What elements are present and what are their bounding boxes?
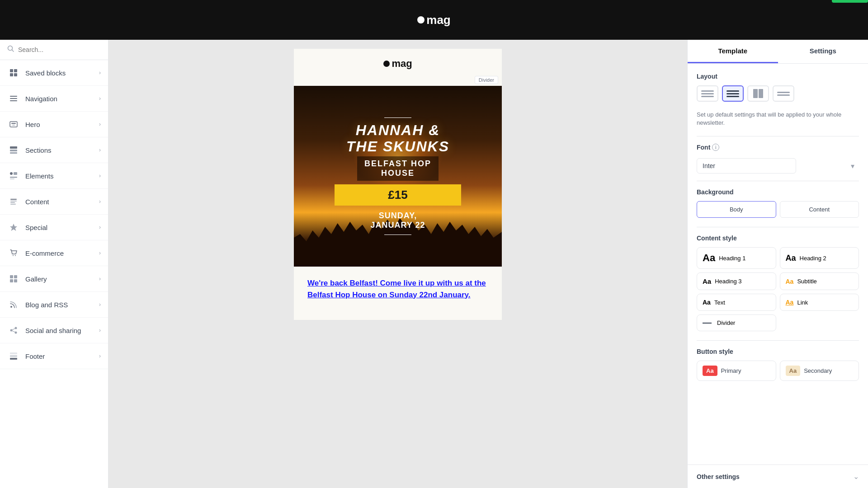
svg-point-33 <box>15 332 17 334</box>
chevron-icon: › <box>99 301 101 308</box>
tab-template[interactable]: Template <box>688 40 778 63</box>
sidebar-label-special: Special <box>25 224 94 231</box>
bg-btn-body[interactable]: Body <box>697 201 776 218</box>
cs-divider-preview <box>703 323 712 324</box>
btn-primary-swatch: Aa <box>703 366 717 376</box>
layout-btn-1col[interactable] <box>697 85 718 102</box>
content-icon <box>7 195 20 208</box>
chevron-icon: › <box>99 224 101 230</box>
sidebar-label-saved-blocks: Saved blocks <box>25 69 94 77</box>
concert-image-block: HANNAH & THE SKUNKS BELFAST HOP HOUSE £1… <box>294 86 502 267</box>
svg-rect-12 <box>10 146 17 149</box>
chevron-icon: › <box>99 198 101 205</box>
sidebar-item-content[interactable]: Content › <box>0 189 108 215</box>
other-settings-label: Other settings <box>697 473 740 480</box>
search-icon <box>7 45 14 54</box>
cs-divider[interactable]: Divider <box>697 314 776 331</box>
concert-text-overlay: HANNAH & THE SKUNKS BELFAST HOP HOUSE £1… <box>326 117 470 235</box>
top-bar: mag <box>0 0 868 40</box>
sidebar-item-ecommerce[interactable]: E-commerce › <box>0 240 108 266</box>
svg-rect-17 <box>10 177 17 178</box>
email-body-text: We're back Belfast! Come live it up with… <box>294 267 502 314</box>
chevron-icon: › <box>99 327 101 333</box>
search-bar[interactable] <box>0 40 108 60</box>
chevron-icon: › <box>99 353 101 359</box>
ecommerce-icon <box>7 247 20 259</box>
other-settings-row[interactable]: Other settings ⌄ <box>688 465 868 488</box>
sidebar-label-blog-rss: Blog and RSS <box>25 301 94 309</box>
layout-options <box>697 85 859 102</box>
right-panel: Template Settings Layout <box>687 40 868 488</box>
btn-style-secondary[interactable]: Aa Secondary <box>780 361 859 381</box>
cs-heading1[interactable]: Aa Heading 1 <box>697 247 776 269</box>
content-style-label: Content style <box>697 235 859 242</box>
cs-heading2[interactable]: Aa Heading 2 <box>780 247 859 269</box>
cs-heading3-label: Heading 3 <box>715 278 741 285</box>
content-style-section: Content style Aa Heading 1 Aa Heading 2 … <box>697 235 859 331</box>
sidebar-item-navigation[interactable]: Navigation › <box>0 86 108 112</box>
svg-point-31 <box>15 327 17 329</box>
layout-line-dark <box>726 96 739 97</box>
email-canvas: mag Divider HANNAH & <box>294 49 502 320</box>
svg-point-25 <box>15 255 16 256</box>
sidebar-item-footer[interactable]: Footer › <box>0 343 108 369</box>
layout-btn-3col[interactable] <box>747 85 769 102</box>
font-select-wrapper[interactable]: Inter Arial Helvetica Georgia <box>697 158 859 174</box>
svg-rect-19 <box>10 199 17 200</box>
cs-text[interactable]: Aa Text <box>697 294 776 311</box>
button-style-label: Button style <box>697 348 859 355</box>
hero-icon <box>7 118 20 131</box>
separator <box>697 136 859 136</box>
layout-btn-2col[interactable] <box>722 85 744 102</box>
chevron-icon: › <box>99 276 101 282</box>
tab-settings[interactable]: Settings <box>778 40 868 63</box>
svg-rect-4 <box>10 73 13 76</box>
sidebar-label-navigation: Navigation <box>25 95 94 103</box>
band-name: HANNAH & THE SKUNKS <box>346 122 449 154</box>
sidebar-label-footer: Footer <box>25 352 94 360</box>
cs-subtitle[interactable]: Aa Subtitle <box>780 272 859 290</box>
svg-rect-37 <box>10 355 17 357</box>
svg-point-30 <box>10 306 12 308</box>
price-text: £15 <box>362 188 434 202</box>
btn-style-primary[interactable]: Aa Primary <box>697 361 776 381</box>
svg-rect-26 <box>10 275 13 278</box>
layout-btn-4col[interactable] <box>773 85 794 102</box>
cs-link[interactable]: Aa Link <box>780 294 859 311</box>
top-line <box>384 117 411 118</box>
svg-rect-2 <box>10 69 13 72</box>
svg-rect-7 <box>10 98 17 99</box>
cs-subtitle-preview: Aa <box>786 278 794 285</box>
search-input[interactable] <box>18 46 101 53</box>
font-select[interactable]: Inter Arial Helvetica Georgia <box>697 158 796 174</box>
sidebar-item-social[interactable]: Social and sharing › <box>0 318 108 343</box>
divider-badge: Divider <box>475 76 498 84</box>
sidebar-item-gallery[interactable]: Gallery › <box>0 266 108 292</box>
bg-btn-content[interactable]: Content <box>780 201 859 218</box>
date-line2: JANUARY 22 <box>370 221 425 230</box>
sidebar-item-sections[interactable]: Sections › <box>0 137 108 163</box>
logo-dot <box>417 16 425 23</box>
accent-bar <box>832 0 868 3</box>
font-info-icon[interactable]: i <box>712 144 719 151</box>
sidebar-item-elements[interactable]: Elements › <box>0 163 108 189</box>
canvas-area: mag Divider HANNAH & <box>108 40 687 488</box>
body-link[interactable]: We're back Belfast! Come live it up with… <box>307 279 486 299</box>
chevron-icon: › <box>99 250 101 256</box>
cs-heading3[interactable]: Aa Heading 3 <box>697 272 776 290</box>
cs-divider-label: Divider <box>717 319 735 326</box>
sidebar-item-saved-blocks[interactable]: Saved blocks › <box>0 60 108 86</box>
app-logo: mag <box>417 13 450 27</box>
svg-rect-36 <box>10 358 17 360</box>
footer-icon <box>7 350 20 362</box>
layout-line <box>777 94 790 96</box>
sidebar-item-special[interactable]: Special › <box>0 215 108 240</box>
sidebar-item-hero[interactable]: Hero › <box>0 112 108 137</box>
logo-dot-canvas <box>383 61 390 67</box>
divider-row: Divider <box>294 74 502 86</box>
cs-link-preview: Aa <box>786 299 794 306</box>
svg-point-15 <box>10 172 13 175</box>
sidebar-item-blog-rss[interactable]: Blog and RSS › <box>0 292 108 318</box>
chevron-icon: › <box>99 147 101 153</box>
layout-line-dark <box>726 93 739 94</box>
